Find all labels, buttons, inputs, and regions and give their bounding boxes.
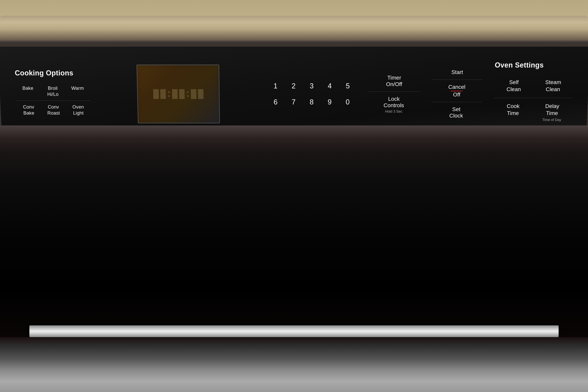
conv-roast-button[interactable]: ConvRoast: [41, 100, 66, 119]
oven-outer: Cooking Options Bake BroilHi/Lo Warm: [0, 0, 588, 392]
key-4[interactable]: 4: [321, 78, 339, 94]
key-0[interactable]: 0: [338, 94, 357, 110]
start-button[interactable]: Start: [432, 65, 483, 80]
oven-body: [0, 126, 588, 392]
digit-colon-1: [168, 91, 170, 97]
set-clock-button[interactable]: SetClock: [430, 102, 482, 123]
display-digits: [153, 89, 204, 99]
numpad-row-1: 1 2 3 4 5: [266, 78, 357, 94]
oven-handle[interactable]: [30, 325, 558, 337]
oven-light-button[interactable]: OvenLight: [66, 100, 91, 119]
display-window: [136, 64, 220, 123]
digit-5: [191, 89, 196, 99]
cancel-off-button[interactable]: Cancel Off: [431, 80, 482, 102]
timer-button[interactable]: TimerOn/Off: [368, 70, 420, 92]
delay-time-button[interactable]: DelayTime Time of Day: [532, 98, 572, 127]
digit-2: [160, 89, 166, 99]
digit-4: [179, 89, 185, 99]
lock-controls-button[interactable]: LockControls Hold 3 Sec: [368, 92, 420, 118]
numpad-section: 1 2 3 4 5 6 7 8 9 0: [266, 78, 357, 110]
broil-button[interactable]: BroilHi/Lo: [40, 82, 66, 100]
key-7[interactable]: 7: [284, 94, 302, 110]
key-6[interactable]: 6: [266, 94, 284, 110]
oven-settings-title: Oven Settings: [495, 61, 574, 69]
key-2[interactable]: 2: [284, 78, 302, 94]
digit-6: [198, 89, 204, 99]
digit-1: [153, 89, 159, 99]
cancel-underline: [451, 91, 462, 91]
cooking-options-grid: Bake BroilHi/Lo Warm ConvBake: [15, 82, 91, 119]
display-section: [101, 64, 255, 123]
digit-3: [172, 89, 178, 99]
cooking-options-section: Cooking Options Bake BroilHi/Lo Warm: [15, 69, 91, 119]
steam-clean-button[interactable]: SteamClean: [533, 74, 573, 98]
start-cancel-section: Start Cancel Off SetClock: [430, 65, 483, 123]
cooking-options-title: Cooking Options: [15, 69, 90, 77]
warm-button[interactable]: Warm: [65, 82, 90, 100]
bake-button[interactable]: Bake: [15, 82, 40, 100]
key-1[interactable]: 1: [266, 78, 284, 94]
self-clean-button[interactable]: SelfClean: [494, 74, 534, 98]
numpad-row-2: 6 7 8 9 0: [266, 94, 357, 110]
cook-time-button[interactable]: CookTime: [493, 98, 533, 127]
oven-bottom-panel: [0, 337, 588, 392]
key-3[interactable]: 3: [302, 78, 321, 94]
key-9[interactable]: 9: [321, 94, 339, 110]
key-8[interactable]: 8: [302, 94, 321, 110]
oven-settings-section: Oven Settings SelfClean SteamClean CookT…: [493, 61, 574, 127]
timer-lock-section: TimerOn/Off LockControls Hold 3 Sec: [368, 70, 420, 118]
key-5[interactable]: 5: [339, 78, 357, 94]
oven-settings-grid: SelfClean SteamClean CookTime DelayTime …: [493, 74, 573, 127]
conv-bake-button[interactable]: ConvBake: [16, 100, 41, 119]
digit-colon-2: [187, 91, 188, 97]
